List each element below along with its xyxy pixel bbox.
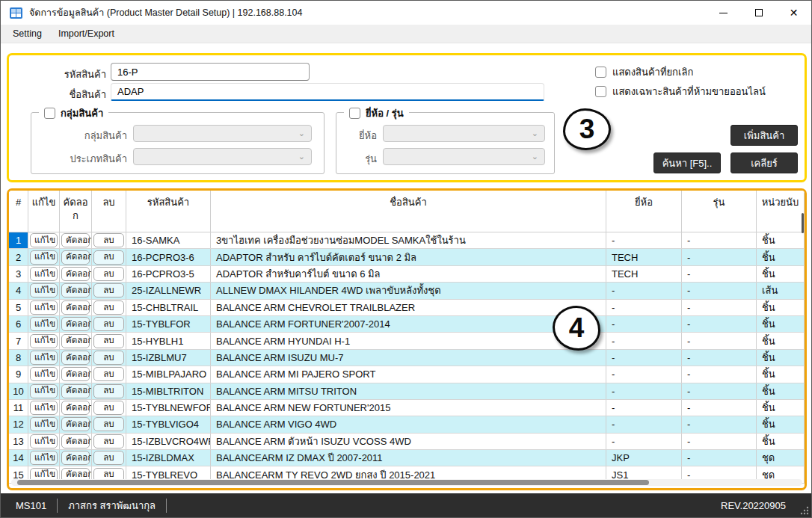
- model-label: รุ่น: [341, 151, 377, 167]
- add-product-button[interactable]: เพิ่มสินค้า: [731, 125, 798, 146]
- row-edit-button[interactable]: แก้ไข: [30, 300, 58, 315]
- brand-cell: TECH: [606, 249, 682, 265]
- row-edit-button[interactable]: แก้ไข: [30, 384, 58, 398]
- row-delete-button[interactable]: ลบ: [93, 317, 124, 331]
- row-edit-button[interactable]: แก้ไข: [30, 451, 58, 465]
- row-delete-button[interactable]: ลบ: [93, 300, 124, 315]
- menu-setting[interactable]: Setting: [1, 25, 50, 43]
- row-delete-cell: ลบ: [92, 450, 126, 466]
- row-delete-button[interactable]: ลบ: [93, 334, 124, 348]
- row-delete-cell: ลบ: [92, 366, 126, 382]
- product-name-input[interactable]: [111, 83, 544, 101]
- row-edit-button[interactable]: แก้ไข: [30, 434, 58, 448]
- group-combo[interactable]: ⌄: [133, 125, 312, 142]
- row-edit-button[interactable]: แก้ไข: [30, 334, 58, 348]
- horizontal-scrollbar-thumb[interactable]: [17, 480, 649, 485]
- row-delete-button[interactable]: ลบ: [93, 417, 124, 431]
- show-cancelled-checkbox[interactable]: [595, 67, 606, 78]
- row-copy-button[interactable]: คัดลอก: [61, 384, 90, 398]
- row-delete-button[interactable]: ลบ: [93, 250, 124, 265]
- row-edit-button[interactable]: แก้ไข: [30, 267, 58, 281]
- row-delete-button[interactable]: ลบ: [93, 267, 124, 281]
- row-number: 8: [9, 350, 28, 366]
- row-number: 1: [9, 232, 28, 248]
- row-edit-cell: แก้ไข: [28, 249, 60, 265]
- row-delete-button[interactable]: ลบ: [93, 367, 124, 381]
- row-copy-button[interactable]: คัดลอก: [61, 434, 90, 448]
- row-delete-cell: ลบ: [92, 283, 126, 298]
- product-code-input[interactable]: [111, 63, 310, 81]
- header-brand: ยี่ห้อ: [606, 191, 682, 232]
- row-copy-button[interactable]: คัดลอก: [61, 300, 90, 315]
- row-copy-button[interactable]: คัดลอก: [61, 317, 90, 331]
- unit-cell: ชิ้น: [757, 383, 805, 399]
- row-delete-button[interactable]: ลบ: [93, 434, 124, 448]
- close-button[interactable]: ✕: [776, 1, 811, 25]
- row-delete-cell: ลบ: [92, 316, 126, 332]
- brand-model-checkbox[interactable]: [349, 108, 360, 119]
- row-copy-cell: คัดลอก: [60, 266, 92, 282]
- row-number: 3: [9, 266, 28, 282]
- row-edit-button[interactable]: แก้ไข: [30, 417, 58, 431]
- row-copy-button[interactable]: คัดลอก: [61, 451, 90, 465]
- menu-import-export[interactable]: Import/Export: [50, 25, 123, 43]
- row-delete-button[interactable]: ลบ: [93, 451, 124, 465]
- horizontal-scrollbar[interactable]: [11, 479, 802, 486]
- type-combo[interactable]: ⌄: [133, 148, 312, 165]
- vertical-scrollbar[interactable]: [802, 213, 804, 233]
- row-copy-button[interactable]: คัดลอก: [61, 267, 90, 281]
- minimize-button[interactable]: [706, 1, 741, 25]
- row-number: 4: [9, 283, 28, 298]
- row-copy-button[interactable]: คัดลอก: [61, 367, 90, 381]
- header-product-name: ชื่อสินค้า: [211, 191, 606, 232]
- row-delete-cell: ลบ: [92, 416, 126, 432]
- row-copy-button[interactable]: คัดลอก: [61, 351, 90, 365]
- model-cell: -: [682, 366, 757, 382]
- maximize-button[interactable]: [741, 1, 776, 25]
- model-cell: -: [682, 333, 757, 348]
- row-edit-button[interactable]: แก้ไข: [30, 283, 58, 297]
- row-copy-button[interactable]: คัดลอก: [61, 283, 90, 297]
- model-cell: -: [682, 300, 757, 315]
- product-name-cell: BALANCE ARM FORTUNER'2007-2014: [211, 316, 606, 332]
- row-edit-button[interactable]: แก้ไข: [30, 401, 58, 415]
- show-online-banned-checkbox[interactable]: [595, 86, 606, 97]
- row-edit-button[interactable]: แก้ไข: [30, 233, 58, 247]
- row-edit-cell: แก้ไข: [28, 266, 60, 282]
- row-delete-button[interactable]: ลบ: [93, 401, 124, 415]
- show-online-banned-label: แสดงเฉพาะสินค้าที่ห้ามขายออนไลน์: [612, 84, 766, 99]
- product-name-cell: 3ขาไฮเทค เครื่องมือช่วยงานซ่อมMODEL SAMK…: [211, 232, 606, 248]
- brand-cell: JKP: [606, 450, 682, 466]
- row-edit-button[interactable]: แก้ไข: [30, 367, 58, 381]
- row-edit-button[interactable]: แก้ไข: [30, 250, 58, 265]
- brand-combo[interactable]: ⌄: [383, 125, 545, 142]
- row-copy-button[interactable]: คัดลอก: [61, 250, 90, 265]
- product-code-cell: 15-TYBLNEWFOR: [126, 400, 211, 416]
- row-edit-cell: แก้ไข: [28, 283, 60, 298]
- row-delete-button[interactable]: ลบ: [93, 351, 124, 365]
- row-copy-button[interactable]: คัดลอก: [61, 401, 90, 415]
- table-row: 12แก้ไขคัดลอกลบ15-TYBLVIGO4BALANCE ARM V…: [9, 416, 805, 433]
- window-controls: ✕: [706, 1, 811, 25]
- row-copy-button[interactable]: คัดลอก: [61, 233, 90, 247]
- row-copy-button[interactable]: คัดลอก: [61, 417, 90, 431]
- resize-grip[interactable]: [799, 505, 809, 515]
- model-combo[interactable]: ⌄: [383, 148, 545, 165]
- row-delete-button[interactable]: ลบ: [93, 384, 124, 398]
- row-edit-button[interactable]: แก้ไข: [30, 351, 58, 365]
- brand-cell: TECH: [606, 266, 682, 282]
- clear-button[interactable]: เคลียร์: [731, 152, 798, 173]
- row-copy-button[interactable]: คัดลอก: [61, 334, 90, 348]
- search-button[interactable]: ค้นหา [F5]..: [653, 152, 721, 173]
- results-table-panel: # แก้ไข คัดลอก ลบ รหัสสินค้า ชื่อสินค้า …: [7, 188, 807, 490]
- product-name-cell: BALANCE ARM ตัวหน้า ISUZU VCOSS 4WD: [211, 434, 606, 449]
- row-edit-button[interactable]: แก้ไข: [30, 317, 58, 331]
- row-copy-cell: คัดลอก: [60, 366, 92, 382]
- product-name-cell: ADAPTOR สำหรับคาร์ไบต์ ขนาด 6 มิล: [211, 266, 606, 282]
- unit-cell: ชิ้น: [757, 366, 805, 382]
- type-label: ประเภทสินค้า: [39, 151, 127, 167]
- row-delete-button[interactable]: ลบ: [93, 283, 124, 297]
- row-delete-button[interactable]: ลบ: [93, 233, 124, 247]
- product-group-checkbox[interactable]: [44, 108, 55, 119]
- product-code-cell: 25-IZALLNEWR: [126, 283, 211, 298]
